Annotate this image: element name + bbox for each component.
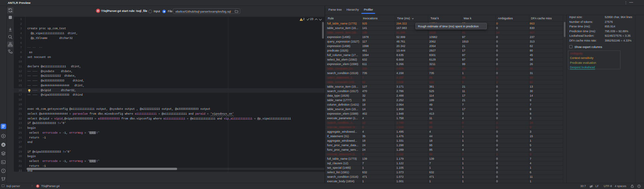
- svg-text:A: A: [2, 143, 5, 146]
